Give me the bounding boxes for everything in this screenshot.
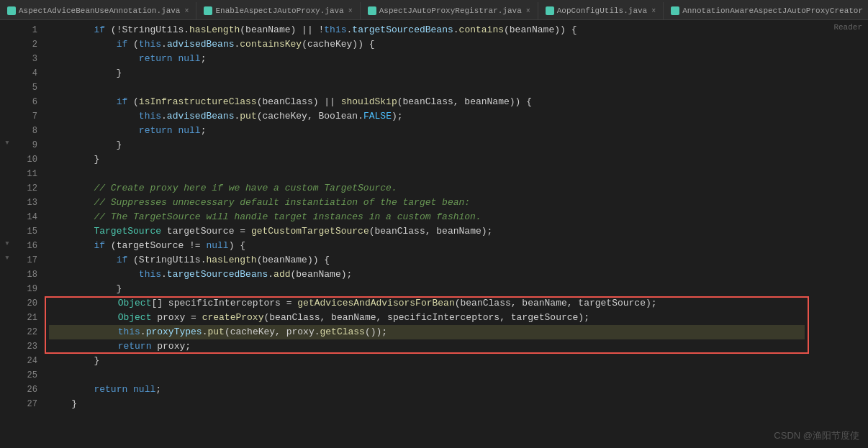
code-line-20: Object[] specificInterceptors = getAdvic… [49,296,805,311]
code-line-7: this.advisedBeans.put(cacheKey, Boolean.… [49,109,805,124]
tab-close[interactable]: × [348,7,353,15]
code-line-3: return null; [49,52,805,66]
code-line-13: // Suppresses unnecessary default instan… [49,196,805,210]
code-line-21: Object proxy = createProxy(beanClass, be… [49,311,805,325]
tab-close[interactable]: × [651,7,656,15]
code-line-5 [49,81,805,95]
watermark: CSDN @渔阳节度使 [774,429,859,442]
code-line-16: if (targetSource != null) { [49,239,805,253]
tab-AspectJAutoProxyRegistrar[interactable]: AspectJAutoProxyRegistrar.java × [361,2,538,19]
code-line-12: // Create proxy here if we have a custom… [49,181,805,196]
code-line-18: this.targetSourcedBeans.add(beanName); [49,268,805,282]
code-line-4: } [49,66,805,81]
main-layout: ▾ ▾ ▾ 1 2 3 4 5 6 7 8 9 10 11 12 13 14 1… [0,20,868,448]
tab-AopConfigUtils[interactable]: AopConfigUtils.java × [538,2,664,19]
code-line-26: return null; [49,383,805,397]
code-line-6: if (isInfrastructureClass(beanClass) || … [49,95,805,109]
code-line-19: } [49,282,805,296]
code-line-2: if (this.advisedBeans.containsKey(cacheK… [49,37,805,52]
tab-label: AspectJAutoProxyRegistrar.java [379,6,522,15]
code-line-22: this.proxyTypes.put(cacheKey, proxy.getC… [49,325,805,339]
tab-icon [7,6,16,15]
fold-gutter: ▾ ▾ ▾ [0,20,14,448]
code-line-11 [49,167,805,181]
tab-label: AopConfigUtils.java [557,6,647,15]
code-line-24: } [49,354,805,368]
code-line-23: return proxy; [49,339,805,354]
tab-label: EnableAspectJAutoProxy.java [215,6,343,15]
code-line-9: } [49,138,805,152]
tab-AnnotationAwareAspectJAutoProxyCreator1[interactable]: AnnotationAwareAspectJAutoProxyCreator × [664,2,868,19]
tab-close[interactable]: × [184,7,189,15]
code-line-15: TargetSource targetSource = getCustomTar… [49,224,805,239]
line-numbers: 1 2 3 4 5 6 7 8 9 10 11 12 13 14 15 16 1… [14,20,43,448]
code-line-14: // The TargetSource will handle target i… [49,210,805,224]
code-line-25 [49,368,805,383]
code-line-1: if (!StringUtils.hasLength(beanName) || … [49,23,805,37]
tab-EnableAspectJAutoProxy[interactable]: EnableAspectJAutoProxy.java × [196,2,360,19]
code-line-17: if (StringUtils.hasLength(beanName)) { [49,253,805,268]
highlighted-block: Object[] specificInterceptors = getAdvic… [49,296,805,354]
code-content: if (!StringUtils.hasLength(beanName) || … [43,20,810,414]
code-line-10: } [49,152,805,167]
tab-close[interactable]: × [526,7,530,15]
code-line-27: } [49,397,805,411]
reader-mode-hint: Reader [810,20,868,448]
tab-icon [204,6,212,15]
code-line-8: return null; [49,124,805,138]
tab-bar: AspectAdviceBeanUseAnnotation.java × Ena… [0,0,868,20]
tab-label: AnnotationAwareAspectJAutoProxyCreator [682,6,863,15]
tab-icon [546,6,554,15]
tab-icon [368,6,376,15]
code-wrapper: if (!StringUtils.hasLength(beanName) || … [43,20,868,448]
tab-label: AspectAdviceBeanUseAnnotation.java [19,6,180,15]
tab-icon [671,6,679,15]
code-scroll[interactable]: if (!StringUtils.hasLength(beanName) || … [43,20,810,448]
tab-AspectAdviceBeanUseAnnotation[interactable]: AspectAdviceBeanUseAnnotation.java × [0,2,196,19]
